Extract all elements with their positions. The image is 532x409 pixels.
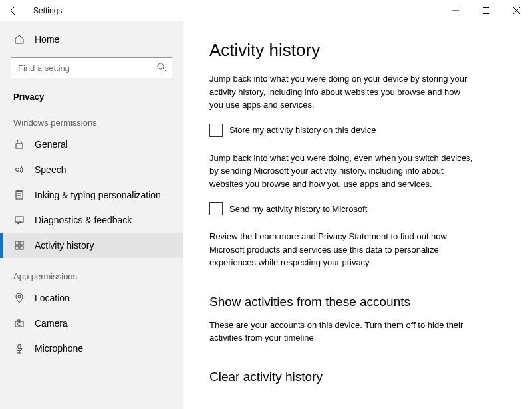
history-icon <box>13 239 25 251</box>
sidebar-item-speech[interactable]: Speech <box>0 157 183 182</box>
search-icon <box>156 62 167 72</box>
sidebar-item-label: Activity history <box>35 240 94 251</box>
home-nav[interactable]: Home <box>0 28 183 51</box>
sidebar-item-diagnostics[interactable]: Diagnostics & feedback <box>0 207 183 233</box>
main-panel: Activity history Jump back into what you… <box>183 21 532 409</box>
sidebar-item-label: Speech <box>35 164 66 175</box>
camera-icon <box>13 317 25 329</box>
svg-point-17 <box>18 295 21 298</box>
close-button[interactable] <box>501 0 532 21</box>
sidebar-item-location[interactable]: Location <box>0 285 183 311</box>
maximize-button[interactable] <box>471 0 501 21</box>
svg-point-19 <box>18 323 21 326</box>
back-button[interactable] <box>7 4 20 17</box>
svg-rect-13 <box>15 241 19 245</box>
minimize-button[interactable] <box>440 0 471 21</box>
sidebar-item-label: Inking & typing personalization <box>35 190 161 200</box>
checkbox-box <box>209 124 223 137</box>
location-icon <box>13 292 25 304</box>
sidebar-item-microphone[interactable]: Microphone <box>0 336 183 361</box>
home-icon <box>13 33 25 45</box>
sidebar-item-label: General <box>35 139 68 150</box>
section-app-permissions: App permissions <box>0 258 183 285</box>
send-microsoft-checkbox[interactable]: Send my activity history to Microsoft <box>209 202 505 215</box>
svg-rect-16 <box>20 246 23 249</box>
store-activity-checkbox[interactable]: Store my activity history on this device <box>209 124 505 137</box>
sidebar-item-label: Microphone <box>35 343 83 354</box>
description-text: Jump back into what you were doing on yo… <box>209 72 475 112</box>
sidebar-item-inking[interactable]: Inking & typing personalization <box>0 182 183 207</box>
sidebar-item-label: Camera <box>35 318 68 329</box>
category-label: Privacy <box>0 85 183 104</box>
sidebar-item-camera[interactable]: Camera <box>0 311 183 336</box>
microphone-icon <box>13 342 25 354</box>
svg-rect-15 <box>15 246 19 249</box>
svg-rect-14 <box>20 241 23 245</box>
checkbox-label: Send my activity history to Microsoft <box>229 204 367 214</box>
svg-rect-6 <box>16 144 23 148</box>
svg-rect-12 <box>15 217 23 222</box>
clear-subheading: Clear activity history <box>209 370 505 384</box>
sidebar-item-general[interactable]: General <box>0 132 183 157</box>
svg-rect-20 <box>17 320 20 321</box>
clipboard-icon <box>13 189 25 201</box>
svg-line-5 <box>163 68 166 71</box>
titlebar: Settings <box>0 0 532 21</box>
svg-point-7 <box>16 168 19 172</box>
speech-icon <box>13 164 25 176</box>
description-text: Review the Learn more and Privacy Statem… <box>209 230 475 269</box>
search-input[interactable] <box>11 57 172 78</box>
checkbox-box <box>209 202 223 215</box>
checkbox-label: Store my activity history on this device <box>229 125 376 135</box>
feedback-icon <box>13 214 25 226</box>
page-title: Activity history <box>209 40 505 61</box>
svg-point-4 <box>158 63 164 69</box>
lock-icon <box>13 138 25 150</box>
accounts-subheading: Show activities from these accounts <box>209 295 505 309</box>
svg-rect-21 <box>18 344 21 349</box>
svg-rect-8 <box>16 191 23 199</box>
description-text: Jump back into what you were doing, even… <box>209 152 475 191</box>
section-windows-permissions: Windows permissions <box>0 104 183 132</box>
sidebar-item-activity-history[interactable]: Activity history <box>0 233 183 258</box>
description-text: These are your accounts on this device. … <box>209 319 475 344</box>
app-title: Settings <box>33 6 62 15</box>
home-label: Home <box>35 34 59 45</box>
sidebar: Home Privacy Windows permissions General <box>0 21 183 409</box>
sidebar-item-label: Location <box>35 293 70 303</box>
svg-rect-1 <box>483 8 489 14</box>
sidebar-item-label: Diagnostics & feedback <box>35 215 132 225</box>
